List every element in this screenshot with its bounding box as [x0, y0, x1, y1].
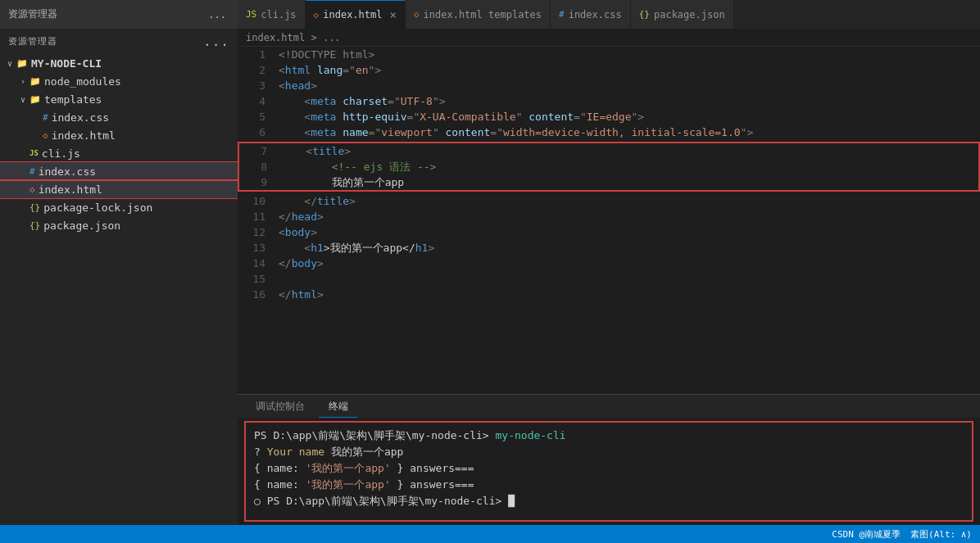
- line-number-11: 11: [238, 209, 279, 224]
- code-line-7: 7 <title>: [239, 143, 978, 159]
- tree-item-templates-index-css[interactable]: #index.css: [0, 108, 238, 126]
- line-number-2: 2: [238, 62, 279, 78]
- editor-area: index.html > ... 1<!DOCTYPE html>2<html …: [238, 29, 980, 525]
- code-content-9: 我的第一个app: [280, 174, 978, 190]
- code-content-13: <h1>我的第一个app</h1>: [279, 240, 980, 256]
- code-content-5: <meta http-equiv="X-UA-Compatible" conte…: [279, 109, 980, 124]
- tab-index-html-templates[interactable]: ◇index.html templates: [406, 0, 551, 29]
- sidebar-title-text: 资源管理器: [8, 35, 57, 48]
- line-number-15: 15: [238, 271, 279, 287]
- label-my-node-cli: MY-NODE-CLI: [31, 57, 102, 70]
- tab-icon-cli-js: JS: [246, 9, 256, 20]
- panel-tab-终端[interactable]: 终端: [319, 396, 358, 418]
- line-number-13: 13: [238, 240, 279, 256]
- terminal-line: { name: '我的第一个app' } answers===: [254, 477, 964, 493]
- status-bar: CSDN @南城夏季素图(Alt: ∧): [0, 525, 980, 543]
- sidebar-header: 资源管理器...: [0, 29, 238, 54]
- code-content-11: </head>: [279, 209, 980, 224]
- label-cli-js: cli.js: [42, 147, 80, 160]
- code-line-6: 6 <meta name="viewport" content="width=d…: [238, 124, 980, 140]
- line-number-4: 4: [238, 93, 279, 109]
- tree-item-my-node-cli[interactable]: ∨📁MY-NODE-CLI: [0, 54, 238, 72]
- icon-package-json: {}: [29, 220, 40, 231]
- status-right: CSDN @南城夏季素图(Alt: ∧): [832, 528, 972, 541]
- highlight-block: 7 <title>8 <!-- ejs 语法 -->9 我的第一个app: [238, 142, 980, 192]
- code-line-3: 3<head>: [238, 78, 980, 93]
- code-content-1: <!DOCTYPE html>: [279, 47, 980, 62]
- sidebar: 资源管理器...∨📁MY-NODE-CLI›📁node_modules∨📁tem…: [0, 29, 238, 525]
- terminal-line: PS D:\app\前端\架构\脚手架\my-node-cli> my-node…: [254, 428, 964, 444]
- tree-item-templates-index-html[interactable]: ◇index.html: [0, 126, 238, 144]
- line-number-16: 16: [238, 287, 279, 302]
- tree-item-index-css[interactable]: #index.css: [0, 162, 238, 180]
- line-number-6: 6: [238, 124, 279, 140]
- line-number-14: 14: [238, 256, 279, 271]
- tab-label-package-json: package.json: [654, 9, 725, 20]
- label-templates-index-html: index.html: [52, 129, 116, 142]
- tab-label-index-css: index.css: [569, 9, 622, 20]
- label-node_modules: node_modules: [44, 75, 121, 88]
- tree-item-node_modules[interactable]: ›📁node_modules: [0, 72, 238, 90]
- tab-cli-js[interactable]: JScli.js: [238, 0, 306, 29]
- code-content-7: <title>: [280, 143, 978, 159]
- tab-icon-index-css: #: [559, 9, 565, 20]
- terminal-line: ○ PS D:\app\前端\架构\脚手架\my-node-cli> █: [254, 493, 964, 509]
- tab-index-html-main[interactable]: ◇index.html×: [306, 0, 406, 29]
- code-container[interactable]: 1<!DOCTYPE html>2<html lang="en">3<head>…: [238, 47, 980, 394]
- icon-node_modules: 📁: [29, 76, 41, 87]
- panel-tab-调试控制台[interactable]: 调试控制台: [246, 396, 315, 418]
- tree-item-package-json[interactable]: {}package.json: [0, 216, 238, 234]
- line-number-5: 5: [238, 109, 279, 124]
- label-templates: templates: [44, 93, 102, 106]
- line-number-7: 7: [239, 143, 280, 159]
- code-line-14: 14</body>: [238, 256, 980, 271]
- sidebar-dots[interactable]: ...: [203, 34, 229, 49]
- title-bar: 资源管理器 ... JScli.js◇index.html×◇index.htm…: [0, 0, 980, 29]
- terminal-line: { name: '我的第一个app' } answers===: [254, 460, 964, 477]
- explorer-title: 资源管理器 ...: [0, 7, 238, 21]
- label-package-json: package.json: [43, 219, 120, 232]
- icon-templates-index-css: #: [43, 112, 48, 123]
- line-number-8: 8: [239, 159, 280, 174]
- code-line-5: 5 <meta http-equiv="X-UA-Compatible" con…: [238, 109, 980, 124]
- code-content-6: <meta name="viewport" content="width=dev…: [279, 124, 980, 140]
- tab-index-css[interactable]: #index.css: [551, 0, 631, 29]
- icon-templates: 📁: [29, 94, 41, 105]
- code-line-8: 8 <!-- ejs 语法 -->: [239, 159, 978, 174]
- terminal-line: ? Your name 我的第一个app: [254, 444, 964, 460]
- tab-label-index-html-templates: index.html templates: [424, 9, 542, 20]
- code-content-12: <body>: [279, 224, 980, 240]
- tree-item-cli-js[interactable]: JScli.js: [0, 144, 238, 162]
- line-number-12: 12: [238, 224, 279, 240]
- tree-item-templates[interactable]: ∨📁templates: [0, 90, 238, 108]
- tree-item-index-html[interactable]: ◇index.html: [0, 180, 238, 198]
- tree-item-package-lock-json[interactable]: {}package-lock.json: [0, 198, 238, 216]
- label-templates-index-css: index.css: [52, 111, 109, 124]
- label-index-html: index.html: [39, 183, 102, 196]
- dots-menu[interactable]: ...: [208, 9, 226, 20]
- breadcrumb: index.html > ...: [238, 29, 980, 47]
- tab-icon-index-html-templates: ◇: [414, 9, 420, 20]
- code-line-13: 13 <h1>我的第一个app</h1>: [238, 240, 980, 256]
- icon-cli-js: JS: [29, 149, 39, 157]
- icon-index-html: ◇: [29, 184, 35, 195]
- line-number-9: 9: [239, 174, 280, 190]
- terminal-body[interactable]: PS D:\app\前端\架构\脚手架\my-node-cli> my-node…: [244, 421, 973, 522]
- icon-my-node-cli: 📁: [16, 58, 28, 69]
- tab-icon-index-html-main: ◇: [314, 10, 320, 20]
- main-area: 资源管理器...∨📁MY-NODE-CLI›📁node_modules∨📁tem…: [0, 29, 980, 525]
- icon-index-css: #: [29, 166, 35, 177]
- arrow-my-node-cli: ∨: [3, 59, 16, 68]
- breadcrumb-text: index.html > ...: [246, 32, 341, 43]
- icon-templates-index-html: ◇: [43, 130, 48, 141]
- code-line-4: 4 <meta charset="UTF-8">: [238, 93, 980, 109]
- tab-label-cli-js: cli.js: [261, 9, 296, 20]
- tab-icon-package-json: {}: [639, 9, 650, 20]
- code-line-11: 11</head>: [238, 209, 980, 224]
- tab-close-index-html-main[interactable]: ×: [389, 8, 396, 21]
- label-package-lock-json: package-lock.json: [43, 201, 152, 214]
- code-content-3: <head>: [279, 78, 980, 93]
- code-line-16: 16</html>: [238, 287, 980, 302]
- code-content-2: <html lang="en">: [279, 62, 980, 78]
- tab-package-json[interactable]: {}package.json: [631, 0, 734, 29]
